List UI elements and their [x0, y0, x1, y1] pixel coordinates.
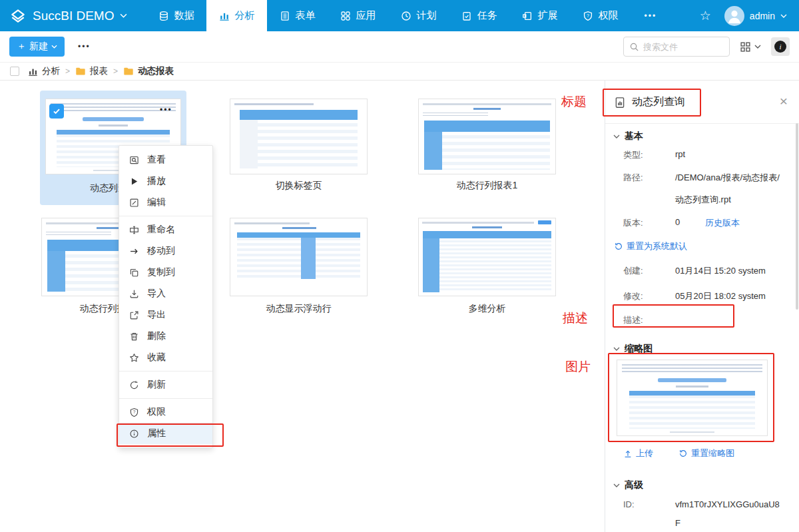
breadcrumb-item-reports[interactable]: 报表 — [75, 65, 108, 77]
menu-item-favorite[interactable]: 收藏 — [119, 347, 212, 368]
menu-divider — [119, 398, 212, 399]
field-description[interactable]: 描述: — [623, 314, 675, 326]
panel-scrollbar[interactable] — [796, 123, 798, 310]
reset-default-link[interactable]: 重置为系统默认 — [614, 240, 687, 252]
import-icon — [129, 289, 139, 299]
copy-icon — [129, 268, 139, 278]
file-name[interactable]: 动态行列报表1 — [418, 180, 556, 192]
bar-chart-icon — [28, 67, 38, 77]
favorite-star-icon[interactable]: ☆ — [700, 9, 711, 22]
view-mode-selector[interactable] — [740, 41, 761, 53]
thumbnail-image[interactable] — [617, 360, 768, 436]
menu-item-label: 导入 — [147, 288, 166, 300]
breadcrumb-label: 分析 — [42, 65, 60, 77]
info-icon: i — [774, 41, 786, 53]
section-thumbnail[interactable]: 缩略图 — [613, 343, 653, 355]
menu-item-delete[interactable]: 删除 — [119, 326, 212, 347]
nav-item-app[interactable]: 应用 — [328, 0, 388, 31]
breadcrumb-item-analysis[interactable]: 分析 — [28, 65, 60, 77]
file-name[interactable]: 切换标签页 — [230, 180, 368, 192]
properties-panel-toggle[interactable]: i — [771, 37, 790, 56]
view-icon — [129, 155, 139, 165]
file-card-dynamic-float-row[interactable] — [230, 218, 368, 296]
new-button-label: 新建 — [29, 41, 48, 53]
menu-item-play[interactable]: 播放 — [119, 170, 212, 192]
nav-item-plan[interactable]: 计划 — [388, 0, 449, 31]
shield-icon: ? — [129, 407, 139, 417]
check-icon — [52, 107, 61, 116]
menu-item-permission[interactable]: ? 权限 — [119, 401, 212, 423]
menu-item-properties[interactable]: 属性 — [119, 423, 212, 444]
report-file-icon — [614, 97, 626, 109]
toolbar-more-button[interactable]: ••• — [78, 42, 91, 51]
menu-item-label: 删除 — [147, 330, 166, 342]
brand-menu[interactable]: SuccBI DEMO — [0, 0, 146, 31]
document-icon — [280, 11, 290, 21]
menu-item-label: 权限 — [147, 406, 166, 418]
section-advanced[interactable]: 高级 — [613, 479, 643, 491]
field-created: 创建: 01月14日 15:20 system — [623, 265, 766, 277]
nav-item-form[interactable]: 表单 — [267, 0, 328, 31]
field-type: 类型: rpt — [623, 149, 685, 161]
clipboard-check-icon — [461, 11, 472, 21]
select-all-checkbox[interactable] — [10, 67, 19, 76]
menu-item-copy-to[interactable]: 复制到 — [119, 262, 212, 283]
clock-icon — [401, 11, 411, 21]
menu-item-import[interactable]: 导入 — [119, 283, 212, 304]
move-arrow-icon — [129, 246, 139, 256]
file-grid: ••• 动态列查询 切换标签页 动态行列报表1 动态行列报表2 动态显示浮动行 — [0, 81, 605, 532]
card-checkbox-checked[interactable] — [49, 104, 64, 119]
menu-item-view[interactable]: 查看 — [119, 149, 212, 170]
brand-name: SuccBI DEMO — [33, 9, 114, 23]
file-card-multidim-analysis[interactable] — [418, 218, 556, 296]
nav-item-permission[interactable]: ? 权限 — [570, 0, 631, 31]
reset-thumbnail-link[interactable]: 重置缩略图 — [678, 447, 734, 459]
nav-item-label: 数据 — [174, 9, 194, 22]
nav-more-button[interactable]: ••• — [631, 0, 670, 31]
new-button[interactable]: ＋ 新建 — [9, 37, 65, 57]
breadcrumb-label: 报表 — [90, 65, 108, 77]
field-id: ID: vfm1T0rJXYLIXGGu0uaU8 — [623, 499, 780, 509]
trash-icon — [129, 332, 139, 342]
menu-item-label: 复制到 — [147, 266, 175, 278]
breadcrumb-item-dynamic-reports[interactable]: 动态报表 — [123, 65, 174, 77]
nav-item-label: 应用 — [356, 9, 376, 22]
nav-item-data[interactable]: 数据 — [146, 0, 206, 31]
menu-item-label: 移动到 — [147, 245, 175, 257]
nav-item-analysis[interactable]: 分析 — [206, 0, 267, 31]
nav-item-task[interactable]: 任务 — [449, 0, 509, 31]
section-basic[interactable]: 基本 — [613, 131, 643, 142]
menu-item-export[interactable]: 导出 — [119, 304, 212, 326]
menu-item-move-to[interactable]: 移动到 — [119, 240, 212, 262]
properties-panel: 动态列查询 × 基本 类型: rpt 路径: /DEMO/ana/报表/动态报表… — [605, 81, 799, 532]
card-more-button[interactable]: ••• — [160, 105, 172, 115]
user-menu[interactable]: admin — [724, 6, 787, 26]
folder-icon — [75, 67, 86, 76]
close-icon[interactable]: × — [780, 94, 788, 108]
database-icon — [158, 11, 169, 21]
nav-item-extension[interactable]: 扩展 — [509, 0, 570, 31]
menu-divider — [119, 216, 212, 216]
menu-item-rename[interactable]: 重命名 — [119, 219, 212, 240]
toolbar-right-cluster: i — [623, 37, 790, 57]
breadcrumb-label: 动态报表 — [138, 65, 174, 77]
field-modified: 修改: 05月20日 18:02 system — [623, 290, 766, 302]
history-version-link[interactable]: 历史版本 — [705, 217, 740, 229]
rename-icon — [129, 225, 139, 235]
upload-icon — [623, 449, 633, 458]
nav-item-label: 计划 — [416, 9, 436, 22]
file-name[interactable]: 多维分析 — [418, 303, 556, 315]
search-input[interactable] — [643, 42, 718, 52]
menu-item-edit[interactable]: 编辑 — [119, 192, 212, 213]
file-name[interactable]: 动态显示浮动行 — [230, 303, 368, 315]
refresh-icon — [129, 380, 139, 390]
grid-view-icon — [740, 41, 751, 53]
file-card-dynamic-rowcol-1[interactable] — [418, 99, 556, 174]
menu-item-refresh[interactable]: 刷新 — [119, 374, 212, 396]
upload-link[interactable]: 上传 — [623, 447, 653, 459]
breadcrumb-separator: > — [65, 67, 70, 76]
divider — [605, 123, 799, 124]
svg-text:?: ? — [133, 409, 135, 414]
file-card-tab-switch[interactable] — [230, 99, 368, 174]
chevron-down-icon — [780, 14, 787, 18]
